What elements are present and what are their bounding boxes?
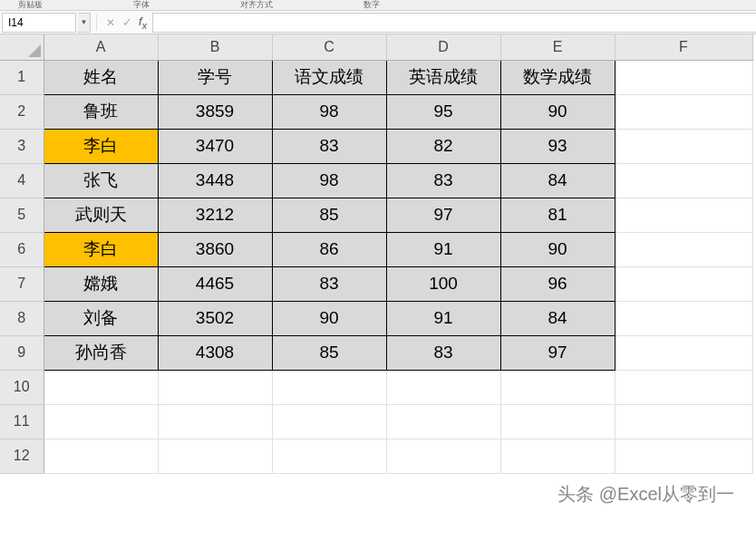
cell[interactable]: 86 — [272, 232, 386, 266]
cell[interactable]: 97 — [500, 335, 615, 370]
cell[interactable]: 90 — [500, 94, 615, 129]
cell[interactable]: 90 — [272, 301, 386, 335]
row-header[interactable]: 6 — [0, 232, 44, 266]
name-box[interactable]: I14 — [2, 13, 76, 33]
cell[interactable]: 语文成绩 — [272, 60, 386, 94]
row-header[interactable]: 3 — [0, 129, 44, 163]
cell[interactable] — [615, 163, 752, 198]
cell[interactable]: 3448 — [158, 163, 272, 198]
cell[interactable] — [386, 439, 500, 473]
cell[interactable]: 83 — [386, 335, 500, 370]
cell[interactable]: 96 — [500, 266, 615, 301]
ribbon-fragment-bar: 剪贴板 字体 对齐方式 数字 — [0, 0, 756, 11]
cell[interactable]: 3860 — [158, 232, 272, 266]
cell[interactable]: 4465 — [158, 266, 272, 301]
cell[interactable]: 鲁班 — [44, 94, 158, 129]
cell[interactable] — [500, 370, 615, 404]
cell[interactable] — [615, 439, 752, 473]
cell[interactable]: 84 — [500, 163, 615, 198]
cell[interactable] — [615, 129, 752, 163]
cell[interactable]: 刘备 — [44, 301, 158, 335]
row-header[interactable]: 11 — [0, 404, 44, 439]
row-header[interactable]: 9 — [0, 335, 44, 370]
cell[interactable] — [615, 335, 752, 370]
cell[interactable] — [615, 198, 752, 232]
cell[interactable]: 98 — [272, 94, 386, 129]
cell[interactable]: 82 — [386, 129, 500, 163]
cell[interactable]: 李白 — [44, 129, 158, 163]
cell[interactable]: 83 — [272, 266, 386, 301]
cell[interactable]: 85 — [272, 198, 386, 232]
column-header-b[interactable]: B — [158, 34, 272, 60]
cell[interactable]: 91 — [386, 232, 500, 266]
row-header[interactable]: 5 — [0, 198, 44, 232]
cell[interactable]: 84 — [500, 301, 615, 335]
row-header[interactable]: 2 — [0, 94, 44, 129]
cell[interactable]: 93 — [500, 129, 615, 163]
cell[interactable] — [272, 370, 386, 404]
cell[interactable]: 武则天 — [44, 198, 158, 232]
cell[interactable]: 嫦娥 — [44, 266, 158, 301]
cell[interactable]: 91 — [386, 301, 500, 335]
cell[interactable]: 3470 — [158, 129, 272, 163]
row-header[interactable]: 1 — [0, 60, 44, 94]
cell[interactable] — [158, 370, 272, 404]
column-header-c[interactable]: C — [272, 34, 386, 60]
cell[interactable] — [500, 404, 615, 439]
cell[interactable] — [44, 404, 158, 439]
row-header[interactable]: 12 — [0, 439, 44, 473]
cell[interactable] — [615, 232, 752, 266]
cell[interactable]: 姓名 — [44, 60, 158, 94]
watermark-text: 头条 @Excel从零到一 — [557, 482, 734, 507]
formula-bar-input[interactable] — [152, 13, 756, 33]
cell[interactable]: 3212 — [158, 198, 272, 232]
fx-icon[interactable]: fx — [139, 14, 147, 31]
row-header[interactable]: 10 — [0, 370, 44, 404]
cell[interactable] — [386, 404, 500, 439]
cell[interactable]: 83 — [386, 163, 500, 198]
cell[interactable]: 85 — [272, 335, 386, 370]
column-header-d[interactable]: D — [386, 34, 500, 60]
cell[interactable]: 李白 — [44, 232, 158, 266]
cell[interactable] — [615, 266, 752, 301]
cell[interactable]: 孙尚香 — [44, 335, 158, 370]
cell[interactable] — [386, 370, 500, 404]
cell[interactable]: 3502 — [158, 301, 272, 335]
cell[interactable] — [615, 60, 752, 94]
cell[interactable]: 83 — [272, 129, 386, 163]
cell[interactable] — [158, 439, 272, 473]
cell[interactable]: 张飞 — [44, 163, 158, 198]
cancel-icon[interactable]: ✕ — [102, 13, 119, 33]
confirm-icon[interactable]: ✓ — [119, 13, 135, 33]
cell[interactable] — [44, 439, 158, 473]
cell[interactable] — [158, 404, 272, 439]
spreadsheet-grid: A B C D E F 1 姓名 学号 语文成绩 英语成绩 数学成绩 2鲁班38… — [0, 34, 756, 474]
cell[interactable] — [615, 94, 752, 129]
cell[interactable] — [500, 439, 615, 473]
cell[interactable]: 学号 — [158, 60, 272, 94]
cell[interactable]: 98 — [272, 163, 386, 198]
cell[interactable]: 90 — [500, 232, 615, 266]
name-box-dropdown[interactable]: ▼ — [78, 13, 91, 33]
cell[interactable]: 英语成绩 — [386, 60, 500, 94]
column-header-e[interactable]: E — [500, 34, 615, 60]
cell[interactable] — [44, 370, 158, 404]
column-header-f[interactable]: F — [615, 34, 752, 60]
cell[interactable] — [615, 370, 752, 404]
row-header[interactable]: 4 — [0, 163, 44, 198]
cell[interactable]: 3859 — [158, 94, 272, 129]
row-header[interactable]: 7 — [0, 266, 44, 301]
cell[interactable]: 数学成绩 — [500, 60, 615, 94]
row-header[interactable]: 8 — [0, 301, 44, 335]
cell[interactable]: 4308 — [158, 335, 272, 370]
column-header-a[interactable]: A — [44, 34, 158, 60]
cell[interactable] — [272, 404, 386, 439]
cell[interactable] — [272, 439, 386, 473]
cell[interactable] — [615, 301, 752, 335]
cell[interactable]: 81 — [500, 198, 615, 232]
cell[interactable] — [615, 404, 752, 439]
cell[interactable]: 100 — [386, 266, 500, 301]
cell[interactable]: 95 — [386, 94, 500, 129]
cell[interactable]: 97 — [386, 198, 500, 232]
select-all-corner[interactable] — [0, 34, 44, 60]
